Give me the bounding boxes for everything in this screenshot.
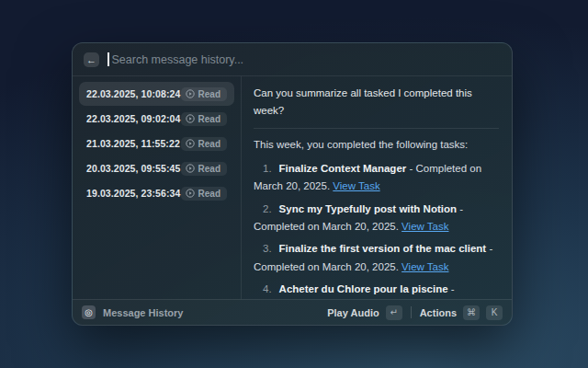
content-area: 22.03.2025, 10:08:24 Read 22.03.2025, 09…	[73, 76, 512, 299]
read-label: Read	[198, 164, 220, 174]
list-item[interactable]: 21.03.2025, 11:55:22 Read	[79, 132, 234, 155]
search-input[interactable]	[112, 53, 502, 66]
play-circle-icon	[186, 114, 195, 123]
message-history-window: ← 22.03.2025, 10:08:24 Read 22.03.2025, …	[72, 42, 513, 326]
actions-button[interactable]: Actions	[420, 307, 457, 318]
view-task-link[interactable]: View Task	[333, 180, 379, 191]
task-item: 4.Acheter du Chlore pour la piscine - Co…	[254, 281, 499, 299]
read-label: Read	[198, 189, 220, 199]
text-cursor	[107, 52, 109, 66]
read-button[interactable]: Read	[181, 187, 227, 201]
message-timestamp: 21.03.2025, 11:55:22	[86, 138, 180, 149]
message-timestamp: 19.03.2025, 23:56:34	[86, 188, 180, 199]
list-item[interactable]: 22.03.2025, 09:02:04 Read	[79, 107, 234, 131]
footer-bar: ◎ Message History Play Audio ↵ Actions ⌘…	[73, 299, 512, 325]
play-circle-icon	[186, 189, 195, 198]
play-circle-icon	[186, 164, 195, 173]
back-button[interactable]: ←	[84, 52, 99, 67]
message-timestamp: 22.03.2025, 10:08:24	[86, 88, 180, 99]
task-name: Sync my Typefully post with Notion	[279, 203, 457, 214]
app-name-label: Message History	[103, 307, 183, 318]
assistant-intro: This week, you completed the following t…	[254, 136, 499, 154]
play-circle-icon	[186, 139, 195, 148]
task-number: 3.	[263, 243, 272, 254]
task-name: Finalize the first version of the mac cl…	[279, 243, 487, 254]
play-audio-button[interactable]: Play Audio	[327, 307, 379, 318]
task-name: Acheter du Chlore pour la piscine	[279, 283, 448, 294]
read-button[interactable]: Read	[181, 162, 227, 176]
enter-key-icon: ↵	[386, 305, 402, 320]
read-label: Read	[198, 114, 220, 124]
message-list: 22.03.2025, 10:08:24 Read 22.03.2025, 09…	[73, 76, 242, 299]
list-item[interactable]: 20.03.2025, 09:55:45 Read	[79, 156, 234, 180]
read-label: Read	[198, 139, 220, 149]
footer-left: ◎ Message History	[82, 305, 183, 319]
k-key-icon: K	[486, 305, 503, 320]
task-name: Finalize Context Manager	[279, 163, 407, 174]
read-button[interactable]: Read	[181, 112, 227, 126]
play-circle-icon	[186, 89, 195, 98]
read-button[interactable]: Read	[181, 87, 227, 101]
task-number: 4.	[263, 283, 272, 294]
task-item: 3.Finalize the first version of the mac …	[254, 240, 499, 276]
app-icon: ◎	[82, 305, 96, 319]
cmd-key-icon: ⌘	[463, 305, 480, 320]
task-item: 2.Sync my Typefully post with Notion - C…	[254, 201, 499, 236]
read-button[interactable]: Read	[181, 137, 227, 151]
divider	[254, 128, 499, 129]
task-number: 2.	[263, 203, 272, 214]
read-label: Read	[198, 89, 220, 99]
task-number: 1.	[263, 163, 272, 174]
footer-divider	[411, 306, 412, 318]
search-bar: ←	[73, 43, 512, 76]
message-timestamp: 22.03.2025, 09:02:04	[86, 113, 180, 124]
task-item: 1.Finalize Context Manager - Completed o…	[254, 160, 499, 196]
footer-right: Play Audio ↵ Actions ⌘ K	[327, 305, 503, 320]
message-timestamp: 20.03.2025, 09:55:45	[86, 163, 180, 174]
list-item[interactable]: 19.03.2025, 23:56:34 Read	[79, 181, 234, 205]
view-task-link[interactable]: View Task	[401, 261, 448, 272]
view-task-link[interactable]: View Task	[401, 221, 448, 232]
message-detail: Can you summarize all tasked I completed…	[242, 76, 512, 299]
list-item[interactable]: 22.03.2025, 10:08:24 Read	[79, 82, 234, 106]
user-question: Can you summarize all tasked I completed…	[254, 85, 499, 121]
